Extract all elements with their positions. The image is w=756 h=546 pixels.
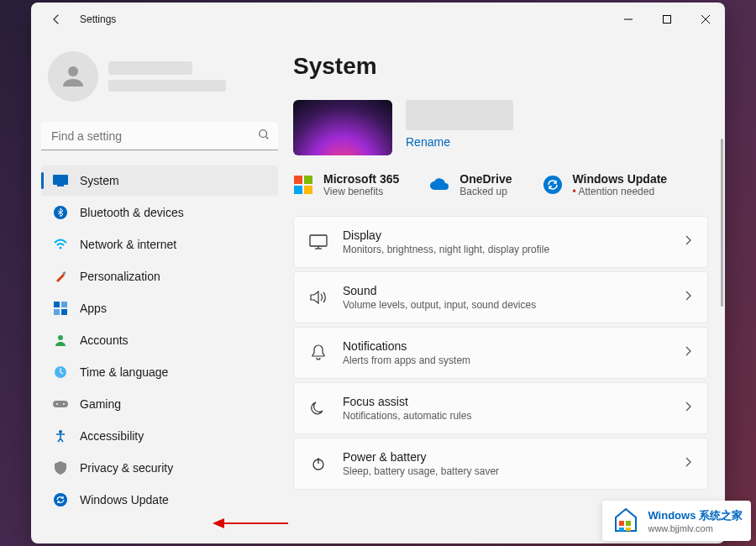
power-icon	[309, 454, 328, 473]
watermark-line2: www.bjjmlv.com	[648, 523, 743, 533]
apps-icon	[53, 301, 68, 316]
back-arrow-icon	[50, 13, 63, 26]
status-title: OneDrive	[459, 172, 512, 186]
svg-rect-34	[619, 521, 624, 526]
shield-icon	[53, 460, 68, 475]
maximize-button[interactable]	[648, 6, 686, 33]
settings-cards: Display Monitors, brightness, night ligh…	[293, 216, 708, 490]
wallpaper-thumbnail[interactable]	[293, 100, 392, 155]
update-icon	[53, 492, 68, 507]
status-title: Microsoft 365	[323, 172, 399, 186]
svg-rect-28	[310, 235, 327, 246]
titlebar: Settings	[31, 3, 725, 36]
watermark-logo-icon	[611, 506, 641, 536]
page-title: System	[293, 53, 708, 80]
chevron-right-icon	[684, 456, 692, 471]
nav: System Bluetooth & devices Network & int…	[41, 165, 278, 515]
svg-rect-15	[61, 309, 67, 315]
svg-rect-36	[619, 528, 624, 531]
svg-point-4	[68, 66, 78, 76]
svg-point-20	[63, 403, 65, 405]
svg-rect-18	[53, 401, 68, 407]
svg-rect-35	[626, 521, 631, 526]
settings-window: Settings Syste	[31, 3, 725, 543]
card-power-battery[interactable]: Power & battery Sleep, battery usage, ba…	[293, 438, 708, 490]
back-button[interactable]	[41, 4, 71, 34]
nav-label: Apps	[80, 302, 107, 315]
svg-point-16	[58, 335, 63, 340]
nav-accessibility[interactable]: Accessibility	[41, 421, 278, 451]
nav-accounts[interactable]: Accounts	[41, 325, 278, 355]
chevron-right-icon	[684, 234, 692, 249]
nav-label: Windows Update	[80, 493, 169, 507]
svg-rect-25	[294, 186, 302, 194]
card-sub: Alerts from apps and system	[343, 354, 669, 366]
nav-personalization[interactable]: Personalization	[41, 261, 278, 291]
svg-rect-23	[294, 176, 302, 184]
nav-time-language[interactable]: Time & language	[41, 357, 278, 387]
avatar	[48, 51, 98, 102]
status-windows-update[interactable]: Windows Update Attention needed	[543, 172, 668, 197]
status-sub: Backed up	[459, 186, 512, 197]
nav-label: Personalization	[80, 270, 160, 283]
maximize-icon	[663, 15, 671, 24]
account-info	[108, 61, 271, 92]
nav-gaming[interactable]: Gaming	[41, 389, 278, 419]
nav-network[interactable]: Network & internet	[41, 229, 278, 260]
clock-globe-icon	[53, 365, 68, 380]
search-input[interactable]	[41, 122, 278, 150]
card-title: Focus assist	[343, 395, 669, 408]
pc-name-block: Rename	[406, 100, 513, 149]
card-notifications[interactable]: Notifications Alerts from apps and syste…	[293, 327, 708, 379]
svg-rect-24	[304, 176, 312, 184]
body: System Bluetooth & devices Network & int…	[31, 36, 725, 543]
nav-apps[interactable]: Apps	[41, 293, 278, 323]
svg-point-22	[54, 493, 67, 507]
nav-bluetooth[interactable]: Bluetooth & devices	[41, 197, 278, 228]
svg-point-19	[56, 403, 58, 405]
pc-header: Rename	[293, 100, 708, 155]
status-title: Windows Update	[573, 172, 668, 186]
svg-rect-1	[664, 16, 671, 24]
svg-rect-26	[304, 186, 312, 194]
svg-rect-13	[61, 302, 67, 307]
sound-icon	[309, 288, 328, 307]
svg-point-21	[59, 430, 62, 433]
status-microsoft365[interactable]: Microsoft 365 View benefits	[293, 172, 399, 197]
gamepad-icon	[53, 396, 68, 412]
nav-label: Privacy & security	[80, 461, 173, 475]
pc-name-redacted	[406, 100, 513, 130]
status-onedrive[interactable]: OneDrive Backed up	[429, 172, 512, 197]
accessibility-icon	[53, 428, 68, 444]
windows-update-status-icon	[543, 175, 563, 195]
svg-rect-37	[626, 528, 631, 531]
nav-windows-update[interactable]: Windows Update	[41, 485, 278, 515]
rename-link[interactable]: Rename	[406, 135, 513, 149]
nav-label: System	[80, 174, 119, 187]
svg-rect-12	[54, 302, 60, 307]
nav-system[interactable]: System	[41, 165, 278, 196]
close-button[interactable]	[686, 6, 725, 33]
minimize-button[interactable]	[609, 6, 648, 33]
accounts-icon	[53, 333, 68, 348]
card-display[interactable]: Display Monitors, brightness, night ligh…	[293, 216, 708, 268]
system-icon	[53, 173, 68, 188]
account-block[interactable]	[41, 36, 278, 122]
bluetooth-icon	[53, 205, 68, 220]
card-sub: Monitors, brightness, night light, displ…	[343, 244, 669, 255]
nav-label: Gaming	[80, 397, 121, 411]
account-name-redacted	[108, 61, 192, 75]
svg-point-27	[543, 176, 562, 194]
window-title: Settings	[80, 13, 116, 25]
nav-label: Accounts	[80, 333, 129, 347]
card-sound[interactable]: Sound Volume levels, output, input, soun…	[293, 271, 708, 323]
scrollbar[interactable]	[721, 139, 723, 307]
card-focus-assist[interactable]: Focus assist Notifications, automatic ru…	[293, 382, 708, 434]
status-sub: View benefits	[323, 186, 399, 197]
onedrive-icon	[429, 175, 449, 195]
account-email-redacted	[108, 80, 226, 92]
card-title: Power & battery	[343, 450, 669, 464]
chevron-right-icon	[684, 345, 692, 360]
nav-label: Bluetooth & devices	[80, 206, 184, 219]
nav-privacy[interactable]: Privacy & security	[41, 453, 278, 483]
